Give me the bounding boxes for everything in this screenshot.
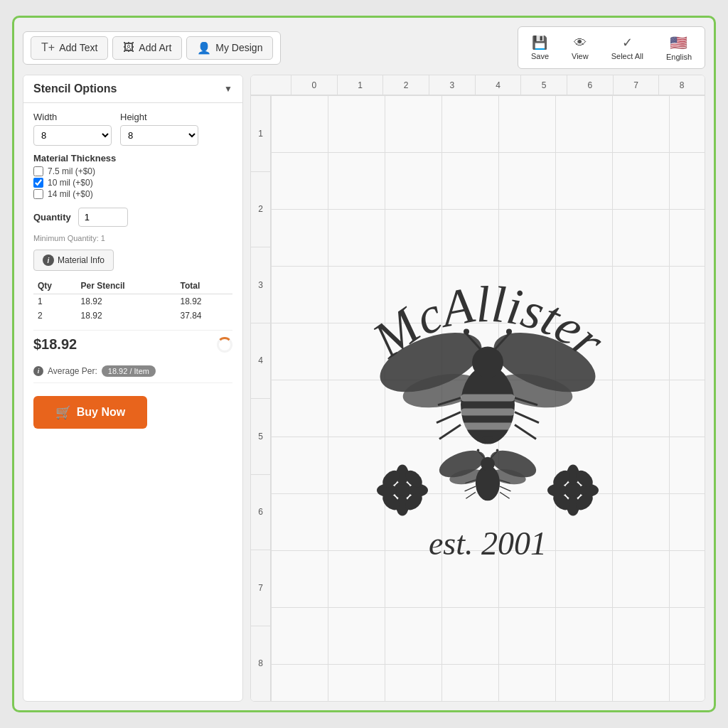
canvas-area: 0 1 2 3 4 5 6 7 8 1 2 3 4 5 6 7: [250, 75, 705, 702]
svg-line-33: [466, 492, 476, 498]
ruler-top-0: 0: [291, 75, 337, 95]
ruler-top: 0 1 2 3 4 5 6 7 8: [251, 75, 705, 95]
price-area: $18.92: [33, 330, 232, 358]
min-qty-text: Minimum Quantity: 1: [33, 234, 232, 242]
left-panel: Stencil Options ▼ Width 8 4 6 10 12: [23, 75, 243, 702]
svg-line-19: [515, 412, 539, 423]
avg-per-row: i Average Per: 18.92 / Item: [33, 365, 232, 383]
thickness-label-1: 7.5 mil (+$0): [48, 166, 95, 176]
ruler-left-1: 1: [251, 95, 270, 171]
material-info-button[interactable]: i Material Info: [33, 250, 114, 271]
svg-point-26: [481, 457, 495, 471]
add-text-icon: T+: [41, 41, 55, 54]
canvas-body: 1 2 3 4 5 6 7 8 McAllister: [251, 95, 705, 701]
thickness-option-3: 14 mil (+$0): [33, 189, 232, 199]
wh-row: Width 8 4 6 10 12 Height 8 4: [33, 112, 232, 146]
material-info-icon: i: [43, 255, 54, 266]
width-select[interactable]: 8 4 6 10 12: [33, 125, 112, 146]
save-label: Save: [531, 52, 549, 60]
svg-point-6: [472, 347, 503, 378]
ruler-left-4: 4: [251, 323, 270, 399]
ruler-top-5: 5: [520, 75, 567, 95]
ruler-top-2: 2: [382, 75, 429, 95]
top-toolbar: T+ Add Text 🖼 Add Art 👤 My Design 💾 Save…: [23, 26, 705, 69]
col-qty: Qty: [33, 278, 77, 294]
english-label: English: [666, 53, 692, 61]
right-flower: [547, 465, 599, 516]
width-label: Width: [33, 112, 112, 122]
svg-point-10: [506, 329, 512, 335]
add-art-icon: 🖼: [123, 41, 134, 54]
panel-content: Width 8 4 6 10 12 Height 8 4: [23, 103, 242, 701]
thickness-label-2: 10 mil (+$0): [48, 178, 93, 188]
ruler-left-8: 8: [251, 626, 270, 702]
thickness-checkbox-2[interactable]: [33, 178, 43, 188]
stencil-options-header: Stencil Options ▼: [23, 75, 242, 103]
ruler-left-7: 7: [251, 550, 270, 626]
svg-line-20: [515, 425, 536, 439]
main-container: T+ Add Text 🖼 Add Art 👤 My Design 💾 Save…: [12, 16, 716, 712]
svg-rect-11: [461, 395, 515, 402]
ruler-top-8: 8: [658, 75, 705, 95]
add-text-label: Add Text: [59, 42, 97, 53]
view-button[interactable]: 👁 View: [562, 30, 599, 65]
ruler-top-7: 7: [613, 75, 659, 95]
ruler-left-5: 5: [251, 398, 270, 474]
select-all-button[interactable]: ✓ Select All: [601, 30, 653, 65]
price-display: $18.92: [33, 336, 77, 353]
table-row: 118.9218.92: [33, 294, 232, 309]
thickness-option-1: 7.5 mil (+$0): [33, 166, 232, 176]
stencil-options-title: Stencil Options: [33, 82, 117, 95]
add-text-button[interactable]: T+ Add Text: [31, 36, 108, 60]
add-art-button[interactable]: 🖼 Add Art: [112, 36, 182, 60]
svg-text:est. 2001: est. 2001: [429, 525, 547, 562]
save-icon: 💾: [532, 35, 547, 50]
english-button[interactable]: 🇺🇸 English: [656, 30, 702, 65]
avg-per-value: 18.92 / Item: [102, 365, 156, 377]
width-group: Width 8 4 6 10 12: [33, 112, 112, 146]
col-per-stencil: Per Stencil: [77, 278, 176, 294]
quantity-label: Quantity: [33, 212, 71, 223]
quantity-input[interactable]: [78, 208, 128, 227]
ruler-top-6: 6: [567, 75, 613, 95]
cart-icon: 🛒: [55, 405, 71, 420]
select-all-icon: ✓: [622, 35, 633, 50]
quantity-row: Quantity: [33, 208, 232, 227]
pricing-table: Qty Per Stencil Total 118.9218.92218.923…: [33, 278, 232, 323]
my-design-label: My Design: [215, 42, 262, 53]
my-design-button[interactable]: 👤 My Design: [186, 36, 273, 60]
table-row: 218.9237.84: [33, 309, 232, 323]
left-flower: [377, 465, 428, 516]
svg-line-16: [437, 412, 461, 423]
ruler-left: 1 2 3 4 5 6 7 8: [251, 95, 271, 701]
design-canvas[interactable]: McAllister: [271, 95, 705, 701]
english-flag-icon: 🇺🇸: [670, 34, 687, 51]
svg-point-28: [477, 449, 480, 451]
ruler-top-3: 3: [429, 75, 475, 95]
svg-line-17: [439, 425, 461, 439]
buy-now-button[interactable]: 🛒 Buy Now: [33, 396, 147, 429]
ruler-left-3: 3: [251, 247, 270, 323]
height-label: Height: [120, 112, 198, 122]
svg-line-35: [500, 486, 510, 491]
save-button[interactable]: 💾 Save: [521, 30, 559, 65]
height-group: Height 8 4 6 10 12: [120, 112, 198, 146]
material-thickness-title: Material Thickness: [33, 153, 232, 164]
ruler-top-1: 1: [337, 75, 383, 95]
content-area: Stencil Options ▼ Width 8 4 6 10 12: [23, 75, 705, 702]
thickness-checkbox-3[interactable]: [33, 189, 43, 199]
avg-per-label: Average Per:: [48, 366, 97, 376]
small-bee: [436, 445, 540, 500]
svg-point-8: [464, 329, 469, 335]
svg-rect-13: [461, 423, 515, 430]
thickness-label-3: 14 mil (+$0): [48, 189, 93, 199]
stencil-dropdown-arrow-icon[interactable]: ▼: [224, 84, 232, 94]
thickness-checkbox-1[interactable]: [33, 166, 43, 176]
height-select[interactable]: 8 4 6 10 12: [120, 125, 198, 146]
svg-line-36: [500, 492, 510, 498]
view-icon: 👁: [574, 36, 587, 50]
design-svg-container: McAllister: [310, 206, 665, 576]
col-total: Total: [176, 278, 232, 294]
ruler-left-6: 6: [251, 474, 270, 550]
svg-line-32: [465, 486, 476, 491]
